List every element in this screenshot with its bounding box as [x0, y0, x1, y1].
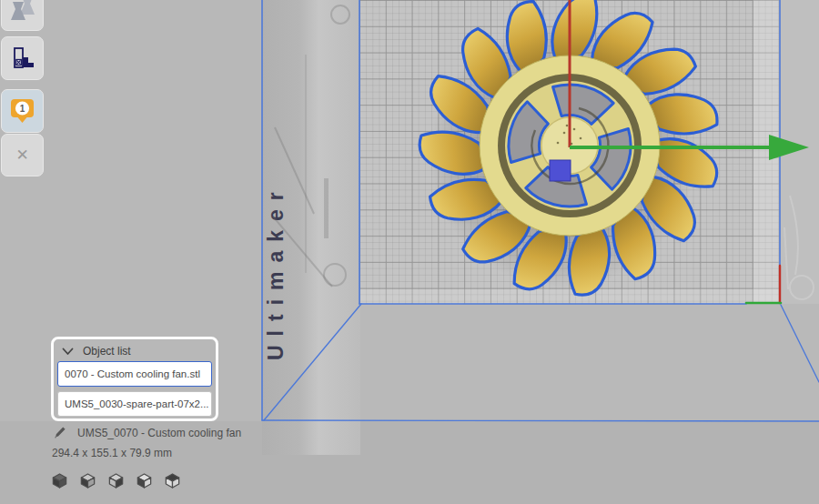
cube-top-icon: [164, 471, 181, 490]
pencil-icon: [54, 426, 66, 438]
pin-badge-icon: 1: [10, 98, 35, 124]
view-top-button[interactable]: [107, 471, 125, 490]
cube-left-icon: [136, 471, 153, 490]
support-blocker-tool-button[interactable]: [1, 36, 44, 80]
view-left-button[interactable]: [136, 471, 153, 490]
cube-3d-icon: [51, 471, 68, 490]
mirror-tool-button[interactable]: [1, 0, 44, 31]
rename-button[interactable]: [54, 426, 66, 442]
view-front-button[interactable]: [79, 471, 96, 490]
mirror-icon: [9, 0, 36, 24]
cube-front-icon: [79, 471, 96, 490]
chevron-down-icon: [62, 348, 74, 356]
camera-view-buttons: [51, 471, 181, 490]
object-list-item-selected[interactable]: 0070 - Custom cooling fan.stl: [57, 361, 212, 387]
view-right-button[interactable]: [164, 471, 181, 490]
close-tool-button[interactable]: ✕: [1, 134, 44, 176]
object-list-title: Object list: [83, 345, 131, 358]
view-3d-button[interactable]: [51, 471, 68, 490]
buildplate-grid[interactable]: [359, 0, 780, 304]
pin-badge-count: 1: [20, 104, 25, 114]
selected-model-dimensions: 294.4 x 155.1 x 79.9 mm: [52, 447, 172, 459]
cube-right-icon: [107, 471, 125, 490]
buildplate-margin-bottom: [359, 289, 780, 304]
printer-brand-label: Ultimaker: [264, 0, 291, 360]
selected-model-name: UMS5_0070 - Custom cooling fan: [77, 427, 241, 439]
close-icon: ✕: [15, 147, 28, 163]
object-list-item[interactable]: UMS5_0030-spare-part-07x2...: [57, 391, 212, 417]
buildplate-margin-right: [753, 0, 780, 304]
cura-window: Ultimaker: [0, 0, 819, 504]
object-list-header[interactable]: Object list: [62, 345, 131, 358]
model-list-pin-button[interactable]: 1: [1, 89, 44, 133]
support-blocker-icon: [11, 46, 35, 70]
